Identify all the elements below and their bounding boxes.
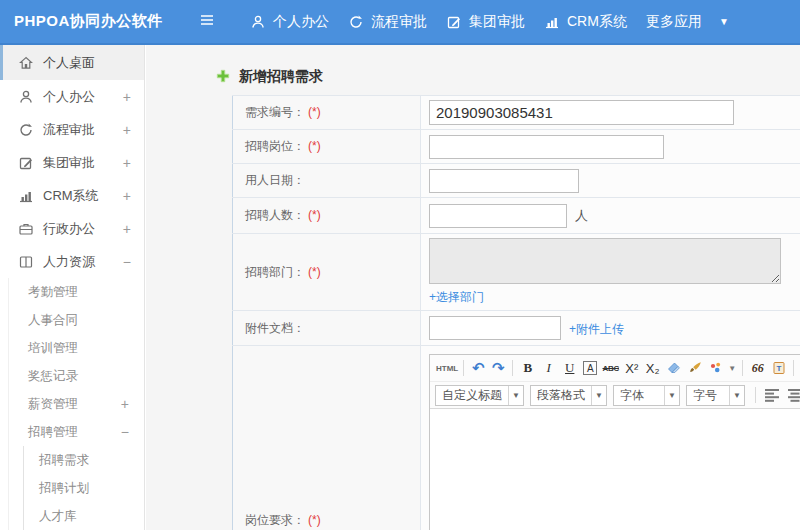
sidebar-item-label: 招聘需求 [39,452,89,469]
expand-toggle-icon[interactable]: + [123,188,131,204]
sidebar-item-group-approval[interactable]: 集团审批 + [0,146,144,179]
nav-item-crm[interactable]: CRM系统 [544,13,627,31]
field-value-cell: 人 [421,198,800,234]
field-label: 招聘部门： [245,265,305,279]
italic-button[interactable]: I [539,358,558,378]
sidebar: 个人桌面 个人办公 + 流程审批 + 集团审批 + [0,45,145,530]
sidebar-item-hr[interactable]: 人力资源 − [0,245,144,278]
collapse-toggle-icon[interactable]: − [123,254,131,270]
nav-item-personal-office[interactable]: 个人办公 [250,13,329,31]
editor-toolbar-row2: 自定义标题 ▼ 段落格式 ▼ 字体 ▼ [430,382,800,409]
sidebar-item-label: CRM系统 [43,187,99,205]
nav-item-group-approval[interactable]: 集团审批 [446,13,525,31]
subscript-button[interactable]: X₂ [643,358,662,378]
nav-label: 个人办公 [273,13,329,31]
edit-icon [446,14,462,30]
font-size-dropdown[interactable]: 字号 ▼ [686,385,745,406]
sidebar-item-recruit-mgmt[interactable]: 招聘管理 − [9,418,144,446]
emoticons-icon[interactable] [706,358,725,378]
required-mark: (*) [308,265,321,279]
align-center-icon[interactable] [785,385,800,405]
form-row-attachment: 附件文档： +附件上传 [233,311,800,346]
attachment-upload-link[interactable]: +附件上传 [569,322,624,336]
expand-toggle-icon[interactable]: + [121,396,129,412]
toolbar-separator [755,387,756,403]
sidebar-item-label: 人力资源 [43,253,95,271]
required-mark: (*) [308,105,321,119]
sidebar-item-admin-office[interactable]: 行政办公 + [0,212,144,245]
sidebar-item-label: 考勤管理 [28,284,78,301]
expand-toggle-icon[interactable]: + [123,221,131,237]
form-row-recruit-dept: 招聘部门：(*) +选择部门 [233,234,800,311]
bold-button[interactable]: B [518,358,537,378]
expand-toggle-icon[interactable]: + [123,155,131,171]
strikethrough-button[interactable]: ABC [601,358,620,378]
blockquote-button[interactable]: 66 [748,358,767,378]
eraser-icon[interactable] [664,358,683,378]
attachment-input[interactable] [429,316,561,340]
recruit-post-input[interactable] [429,135,664,159]
sidebar-item-talent-pool[interactable]: 人才库 [24,502,144,530]
field-label: 岗位要求： [245,513,305,527]
demand-number-input[interactable] [429,100,734,125]
dropdown-label: 段落格式 [531,387,591,404]
custom-heading-dropdown[interactable]: 自定义标题 ▼ [435,385,524,406]
sidebar-item-recruit-demand[interactable]: 招聘需求 [24,446,144,474]
app-logo: PHPOA协同办公软件 [0,12,184,31]
sidebar-item-salary[interactable]: 薪资管理 + [9,390,144,418]
paragraph-format-dropdown[interactable]: 段落格式 ▼ [530,385,607,406]
collapse-toggle-icon[interactable]: − [121,424,129,440]
sidebar-item-hr-contract[interactable]: 人事合同 [9,306,144,334]
source-code-button[interactable]: HTML [436,358,458,378]
toolbar-separator [742,360,743,376]
sidebar-toggle-button[interactable] [198,12,216,32]
font-style-button[interactable]: A [583,361,597,375]
recruit-count-input[interactable] [429,204,567,228]
underline-button[interactable]: U [560,358,579,378]
sidebar-item-label: 行政办公 [43,220,95,238]
top-nav: 个人办公 流程审批 集团审批 CRM系统 更多应用 [250,13,729,31]
recruit-dept-textarea[interactable] [429,238,781,284]
book-icon [18,254,34,270]
field-label-cell: 招聘人数：(*) [233,198,421,234]
sidebar-item-rewards[interactable]: 奖惩记录 [9,362,144,390]
sidebar-item-workflow-approval[interactable]: 流程审批 + [0,113,144,146]
paste-icon[interactable]: T [769,358,788,378]
caret-down-icon: ▼ [508,386,523,405]
undo-button[interactable]: ↶ [469,358,487,378]
caret-down-icon[interactable]: ▼ [728,364,736,373]
app-screen: PHPOA协同办公软件 个人办公 流程审批 [0,0,800,530]
nav-item-more-apps[interactable]: 更多应用 ▼ [646,13,729,31]
field-label: 招聘岗位： [245,139,305,153]
sidebar-item-crm[interactable]: CRM系统 + [0,179,144,212]
format-brush-icon[interactable] [685,358,704,378]
sidebar-item-recruit-plan[interactable]: 招聘计划 [24,474,144,502]
add-plus-icon [216,69,230,86]
field-value-cell [421,96,800,130]
nav-label: 流程审批 [371,13,427,31]
sidebar-item-training[interactable]: 培训管理 [9,334,144,362]
field-label: 需求编号： [245,105,305,119]
align-left-icon[interactable] [762,385,781,405]
sidebar-item-label: 集团审批 [43,154,95,172]
process-icon [18,122,34,138]
recruit-demand-form: 需求编号：(*) 招聘岗位：(*) 用人日期： [232,95,800,530]
sidebar-item-attendance[interactable]: 考勤管理 [9,278,144,306]
field-value-cell [421,164,800,198]
bar-chart-icon [544,14,560,30]
post-requirements-editor-area[interactable] [430,409,800,530]
select-dept-link[interactable]: +选择部门 [429,290,484,304]
font-family-dropdown[interactable]: 字体 ▼ [613,385,680,406]
expand-toggle-icon[interactable]: + [123,122,131,138]
nav-item-workflow-approval[interactable]: 流程审批 [348,13,427,31]
redo-button[interactable]: ↷ [489,358,507,378]
hamburger-icon [198,12,216,32]
sidebar-item-personal-desktop[interactable]: 个人桌面 [0,45,144,80]
required-mark: (*) [308,208,321,222]
field-label-cell: 需求编号：(*) [233,96,421,130]
expand-toggle-icon[interactable]: + [123,89,131,105]
hire-date-input[interactable] [429,169,579,193]
sidebar-item-personal-office[interactable]: 个人办公 + [0,80,144,113]
hr-submenu: 考勤管理 人事合同 培训管理 奖惩记录 薪资管理 + 招聘管理 − 招聘需求 [8,278,144,530]
superscript-button[interactable]: X² [622,358,641,378]
